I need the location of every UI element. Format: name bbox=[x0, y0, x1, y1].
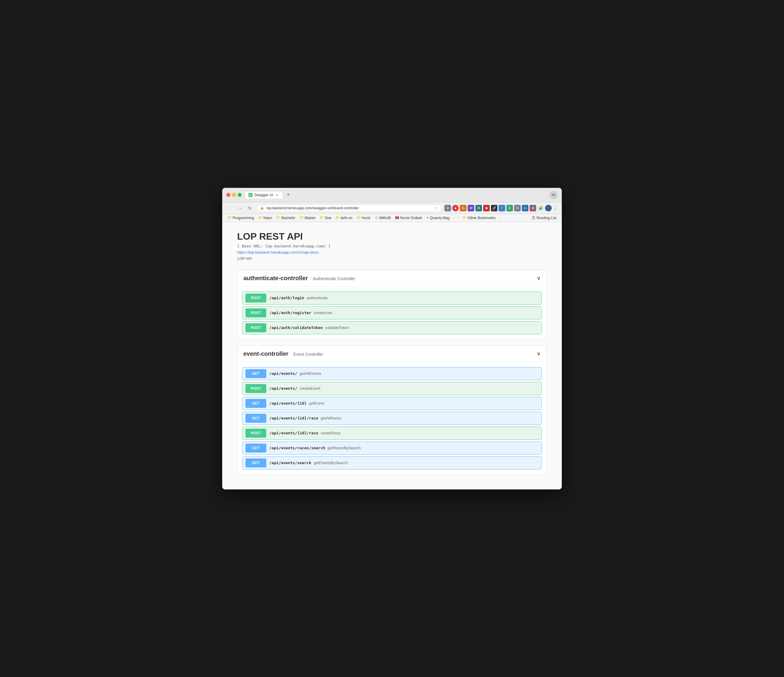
endpoint-path: /api/auth/validateToken bbox=[269, 325, 323, 330]
folder-icon: 📁 bbox=[227, 216, 232, 220]
authenticate-controller-body: POST /api/auth/login authenticate POST /… bbox=[237, 287, 547, 339]
endpoint-info: /api/events/ getAllEvents bbox=[269, 370, 541, 377]
bookmark-label: Programming bbox=[233, 216, 254, 220]
forward-button[interactable]: → bbox=[236, 204, 244, 212]
endpoint-path: /api/events/races/search bbox=[269, 446, 325, 450]
active-tab[interactable]: S Swagger UI ✕ bbox=[244, 191, 283, 199]
endpoint-get-event-id[interactable]: GET /api/events/{id} getEvent bbox=[242, 397, 542, 410]
api-link[interactable]: https://lop-backend.herokuapp.com/v2/api… bbox=[237, 250, 547, 255]
bookmark-norskordbok[interactable]: 🇳🇴 Norsk Ordbok bbox=[393, 215, 424, 220]
endpoint-get-races-search[interactable]: GET /api/events/races/search getRacesByS… bbox=[242, 441, 542, 455]
url-text: lop-backend.herokuapp.com/swagger-ui/#/e… bbox=[267, 206, 432, 210]
bookmark-label: Natur bbox=[263, 216, 272, 220]
bookmark-bachelor[interactable]: 📁 Bachelor bbox=[274, 215, 297, 220]
tab-label: Swagger UI bbox=[254, 193, 273, 197]
bookmark-star-icon[interactable]: ☆ bbox=[434, 206, 438, 211]
controller-title-row: authenticate-controller Authenticate Con… bbox=[243, 275, 355, 282]
bookmark-natur[interactable]: 📁 Natur bbox=[257, 215, 274, 220]
bookmark-mittuib[interactable]: ❄️ MittUiB bbox=[373, 215, 393, 220]
method-badge: GET bbox=[246, 369, 266, 378]
browser-window: S Swagger UI ✕ + ⚙ ← → ↻ 🔒 lop-backend.h… bbox=[222, 188, 562, 489]
title-bar: S Swagger UI ✕ + ⚙ bbox=[222, 188, 562, 202]
window-settings-button[interactable]: ⚙ bbox=[549, 191, 558, 199]
addon-icon-5[interactable]: ■ bbox=[483, 205, 490, 211]
addon-icon-9[interactable]: N bbox=[514, 205, 521, 211]
bookmark-hund[interactable]: 📁 Hund bbox=[355, 215, 372, 220]
flag-icon: 🇳🇴 bbox=[395, 216, 399, 220]
back-button[interactable]: ← bbox=[226, 204, 233, 212]
endpoint-get-events-search[interactable]: GET /api/events/search getEventsBySearch bbox=[242, 457, 542, 469]
refresh-button[interactable]: ↻ bbox=[246, 204, 254, 212]
bookmark-kefo[interactable]: 📁 kefo.no bbox=[334, 215, 354, 220]
authenticate-controller-header[interactable]: authenticate-controller Authenticate Con… bbox=[237, 270, 547, 287]
tab-bar: S Swagger UI ✕ + bbox=[244, 191, 546, 199]
event-controller-header[interactable]: event-controller Event Controller ∨ bbox=[237, 346, 547, 362]
endpoint-post-race[interactable]: POST /api/events/{id}/race createRace bbox=[242, 427, 542, 440]
bookmark-label: MittUiB bbox=[380, 216, 391, 220]
endpoint-label: getEvent bbox=[309, 401, 324, 405]
addon-icon-12[interactable]: 🧩 bbox=[537, 205, 544, 211]
addon-icon-6[interactable]: 🚀 bbox=[491, 205, 498, 211]
endpoint-label: createUser bbox=[314, 311, 333, 315]
endpoint-info: /api/auth/register createUser bbox=[269, 309, 541, 316]
bookmark-quantamag[interactable]: ✦ Quanta Mag bbox=[425, 215, 451, 220]
separator2: | bbox=[499, 216, 500, 220]
bookmarks-bar: 📁 Programming 📁 Natur 📁 Bachelor 📁 Maste… bbox=[222, 214, 562, 222]
addon-icon-10[interactable]: U bbox=[522, 205, 529, 211]
addon-icon-11[interactable]: ⚡ bbox=[530, 205, 536, 211]
method-badge: POST bbox=[246, 293, 266, 303]
endpoint-post-events[interactable]: POST /api/events/ createEvent bbox=[242, 382, 542, 395]
addon-icon-4[interactable]: B bbox=[475, 205, 482, 211]
reading-list[interactable]: ☰ Reading List bbox=[530, 215, 558, 220]
endpoint-label: validateToken bbox=[325, 325, 349, 330]
endpoint-auth-register[interactable]: POST /api/auth/register createUser bbox=[242, 306, 542, 320]
traffic-lights bbox=[226, 193, 241, 197]
endpoint-auth-validateToken[interactable]: POST /api/auth/validateToken validateTok… bbox=[242, 321, 542, 334]
more-bookmarks[interactable]: » bbox=[453, 216, 455, 220]
address-bar[interactable]: 🔒 lop-backend.herokuapp.com/swagger-ui/#… bbox=[256, 204, 442, 212]
close-button[interactable] bbox=[226, 193, 230, 197]
other-bookmarks[interactable]: 📁 Other Bookmarks bbox=[461, 215, 497, 220]
endpoint-get-races[interactable]: GET /api/events/{id}/race getAllRaces bbox=[242, 412, 542, 425]
folder-icon: 📁 bbox=[320, 216, 324, 220]
bookmark-label: kefo.no bbox=[341, 216, 352, 220]
endpoint-info: /api/events/{id}/race getAllRaces bbox=[269, 415, 541, 422]
addon-icon-3[interactable]: M bbox=[468, 205, 474, 211]
window-controls: ⚙ bbox=[549, 191, 558, 199]
endpoint-get-events[interactable]: GET /api/events/ getAllEvents bbox=[242, 367, 542, 380]
method-badge: GET bbox=[246, 414, 266, 423]
bookmark-master[interactable]: 📁 Master bbox=[298, 215, 317, 220]
bookmark-label: Snø bbox=[325, 216, 331, 220]
bookmark-sno[interactable]: 📁 Snø bbox=[318, 215, 333, 220]
api-subtitle: [ Base URL: lop-backend.herokuapp.com/ ] bbox=[237, 244, 547, 248]
more-options-button[interactable]: ⋮ bbox=[553, 205, 558, 211]
endpoint-path: /api/events/search bbox=[269, 461, 311, 465]
endpoint-path: /api/auth/register bbox=[269, 311, 311, 315]
api-description: LOP API bbox=[237, 256, 547, 261]
controller-desc: Authenticate Controller bbox=[313, 276, 355, 281]
reading-list-icon: ☰ bbox=[532, 216, 535, 220]
addon-icon-8[interactable]: E bbox=[506, 205, 513, 211]
tab-close-button[interactable]: ✕ bbox=[275, 193, 279, 197]
grid-icon[interactable]: ⊞ bbox=[445, 205, 451, 211]
bookmark-programming[interactable]: 📁 Programming bbox=[226, 215, 256, 220]
event-controller-body: GET /api/events/ getAllEvents POST /api/… bbox=[237, 362, 547, 474]
nav-bar: ← → ↻ 🔒 lop-backend.herokuapp.com/swagge… bbox=[222, 202, 562, 214]
method-badge: POST bbox=[246, 308, 266, 317]
folder-icon: 📁 bbox=[258, 216, 263, 220]
tab-favicon: S bbox=[249, 193, 253, 197]
endpoint-label: getRacesBySearch bbox=[328, 446, 361, 450]
endpoint-auth-login[interactable]: POST /api/auth/login authenticate bbox=[242, 292, 542, 304]
maximize-button[interactable] bbox=[238, 193, 241, 197]
addon-icon-7[interactable]: f bbox=[499, 205, 505, 211]
bookmark-label: Norsk Ordbok bbox=[400, 216, 422, 220]
minimize-button[interactable] bbox=[232, 193, 236, 197]
addon-icon-2[interactable]: G bbox=[460, 205, 467, 211]
addon-icon-1[interactable]: ● bbox=[452, 205, 459, 211]
user-avatar[interactable]: 👤 bbox=[545, 205, 552, 211]
endpoint-label: createRace bbox=[320, 431, 340, 435]
new-tab-button[interactable]: + bbox=[284, 191, 292, 199]
endpoint-path: /api/events/{id} bbox=[269, 401, 306, 405]
folder-icon: 📁 bbox=[276, 216, 280, 220]
endpoint-info: /api/events/search getEventsBySearch bbox=[269, 460, 541, 466]
